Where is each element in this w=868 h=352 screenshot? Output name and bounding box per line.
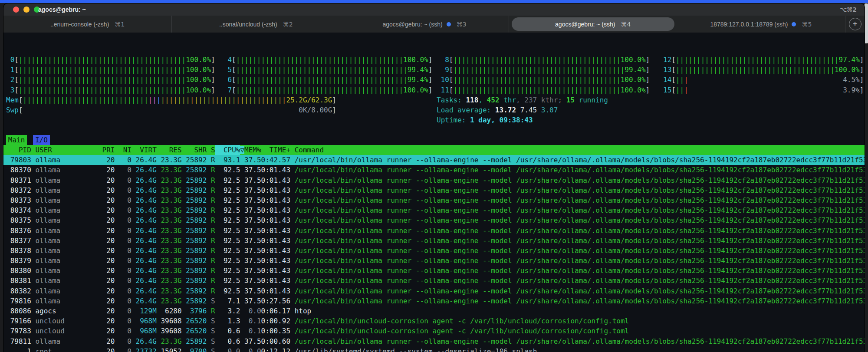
- close-button[interactable]: [13, 7, 19, 13]
- cpu-meter-10: 10[|||||||||||||||||||||||||||||||||||||…: [441, 75, 650, 85]
- swap-meter: Swp[0K/8.00G]: [6, 105, 336, 115]
- process-command: /usr/local/bin/ollama runner --ollama-en…: [290, 256, 865, 266]
- plus-icon: +: [849, 18, 861, 30]
- tasks-summary: Tasks: 118, 452 thr, 237 kthr; 15 runnin…: [437, 95, 608, 105]
- process-command: /usr/local/bin/ollama runner --ollama-en…: [290, 276, 865, 286]
- tab-activity-dot: [792, 22, 796, 26]
- htop-tab-main[interactable]: Main: [6, 135, 27, 145]
- tab-shortcut: ⌘1: [115, 21, 125, 28]
- process-row-80379[interactable]: 80379ollama20026.4G23.3G25892R92.537.50:…: [3, 256, 865, 266]
- process-row-79166[interactable]: 79166uncloud200968M3960826520S1.30.10:00…: [3, 316, 865, 326]
- process-row-80376[interactable]: 80376ollama20026.4G23.3G25892R92.537.50:…: [3, 226, 865, 236]
- tab-shortcut: ⌘4: [621, 21, 631, 28]
- process-command: /usr/local/bin/ollama runner --ollama-en…: [290, 246, 865, 256]
- htop-view-tabs: MainI/O: [6, 135, 56, 145]
- cpu-meter-13: 13[|||||||||||||||||||||||||||||||||||||…: [663, 65, 864, 75]
- tab-shortcut: ⌘2: [283, 21, 293, 28]
- tab-2[interactable]: ..sonal/uncloud (-zsh)⌘2: [172, 16, 340, 33]
- column-header-virt[interactable]: VIRT: [132, 145, 157, 155]
- process-row-80377[interactable]: 80377ollama20026.4G23.3G25892R92.537.50:…: [3, 236, 865, 246]
- column-header-shr[interactable]: SHR: [182, 145, 207, 155]
- process-command: /usr/local/bin/ollama runner --ollama-en…: [290, 226, 865, 236]
- process-row-79803[interactable]: 79803ollama20026.4G23.3G25892R93.137.50:…: [3, 155, 865, 165]
- background-window-edge: [865, 3, 868, 43]
- process-row-79811[interactable]: 79811ollama20026.4G23.3G25892S0.637.50:0…: [3, 336, 865, 346]
- cpu-meter-2: 2[||||||||||||||||||||||||||||||||||||||…: [6, 75, 215, 85]
- memory-meter: Mem[||||||||||||||||||||||||||||||||||||…: [6, 95, 336, 105]
- column-header-ni[interactable]: NI: [115, 145, 132, 155]
- process-row-80381[interactable]: 80381ollama20026.4G23.3G25892R92.537.50:…: [3, 276, 865, 286]
- tab-label: ..sonal/uncloud (-zsh): [219, 21, 277, 28]
- process-row-79816[interactable]: 79816ollama20026.4G23.3G25892S7.137.50:2…: [3, 296, 865, 306]
- column-header-mem[interactable]: ▽MEM%: [240, 145, 261, 155]
- cpu-meter-9: 9[||||||||||||||||||||||||||||||||||||||…: [441, 65, 650, 75]
- cpu-meter-11: 11[|||||||||||||||||||||||||||||||||||||…: [441, 85, 650, 95]
- process-command: /usr/local/bin/ollama runner --ollama-en…: [290, 175, 865, 185]
- cpu-meter-4: 4[||||||||||||||||||||||||||||||||||||||…: [224, 55, 433, 65]
- screen: { "colors": { "accent_blue_strip": "#2e6…: [0, 0, 868, 352]
- htop-tab-io[interactable]: I/O: [33, 135, 50, 145]
- cpu-meter-1: 1[||||||||||||||||||||||||||||||||||||||…: [6, 65, 215, 75]
- process-row-80372[interactable]: 80372ollama20026.4G23.3G25892R92.537.50:…: [3, 185, 865, 195]
- tab-shortcut: ⌘5: [802, 21, 812, 28]
- terminal-screen[interactable]: 0[||||||||||||||||||||||||||||||||||||||…: [3, 33, 865, 352]
- process-command: /usr/local/bin/ollama runner --ollama-en…: [290, 266, 865, 276]
- process-row-80373[interactable]: 80373ollama20026.4G23.3G25892R92.537.50:…: [3, 195, 865, 205]
- tab-activity-dot: [447, 22, 451, 26]
- process-command: /usr/local/bin/ollama runner --ollama-en…: [290, 286, 865, 296]
- process-row-80378[interactable]: 80378ollama20026.4G23.3G25892R92.537.50:…: [3, 246, 865, 256]
- htop-meters: 0[||||||||||||||||||||||||||||||||||||||…: [3, 55, 865, 137]
- process-row-80371[interactable]: 80371ollama20026.4G23.3G25892R92.537.50:…: [3, 175, 865, 185]
- tab-bar: ..erium-console (-zsh)⌘1..sonal/uncloud …: [3, 16, 865, 33]
- new-tab-button[interactable]: +: [845, 16, 865, 33]
- process-command: htop: [290, 306, 865, 316]
- column-header-pid[interactable]: PID: [6, 145, 31, 155]
- cpu-meter-0: 0[||||||||||||||||||||||||||||||||||||||…: [6, 55, 215, 65]
- process-row-80086[interactable]: 80086agocs200129M62803796R3.20.00:06.17h…: [3, 306, 865, 316]
- cpu-meter-3: 3[||||||||||||||||||||||||||||||||||||||…: [6, 85, 215, 95]
- process-command: /usr/local/bin/ollama runner --ollama-en…: [290, 165, 865, 175]
- process-command: /usr/local/bin/ollama runner --ollama-en…: [290, 236, 865, 246]
- cpu-meter-14: 14[|||4.5%]: [663, 75, 864, 85]
- tab-label: ..erium-console (-zsh): [50, 21, 109, 28]
- column-header-res[interactable]: RES: [157, 145, 182, 155]
- cpu-meter-12: 12[|||||||||||||||||||||||||||||||||||||…: [663, 55, 864, 65]
- process-row-80380[interactable]: 80380ollama20026.4G23.3G25892R92.537.50:…: [3, 266, 865, 276]
- process-table-header: PIDUSERPRINIVIRTRESSHRSCPU%▽MEM%TIME+Com…: [3, 145, 865, 155]
- cpu-meter-8: 8[||||||||||||||||||||||||||||||||||||||…: [441, 55, 650, 65]
- process-row-80382[interactable]: 80382ollama20026.4G23.3G25892R92.537.50:…: [3, 286, 865, 296]
- process-command: /usr/local/bin/ollama runner --ollama-en…: [290, 215, 865, 225]
- column-header-s[interactable]: S: [207, 145, 215, 155]
- desktop-accent-strip: [0, 0, 868, 3]
- column-header-pri[interactable]: PRI: [81, 145, 115, 155]
- window-titlebar[interactable]: agocs@gebru: ~ ⌥⌘2: [3, 3, 865, 16]
- process-command: /usr/lib/systemd/systemd --system --dese…: [290, 346, 865, 352]
- tab-label: agocs@gebru: ~ (ssh): [382, 21, 442, 28]
- process-command: /usr/local/bin/ollama runner --ollama-en…: [290, 296, 865, 306]
- cpu-meter-7: 7[||||||||||||||||||||||||||||||||||||||…: [224, 85, 433, 95]
- process-row-1[interactable]: 1root20023732150529700S0.00.00:12.12/usr…: [3, 346, 865, 352]
- tab-label: agocs@gebru: ~ (ssh): [555, 21, 615, 28]
- tab-4[interactable]: agocs@gebru: ~ (ssh)⌘4: [509, 16, 677, 33]
- tab-3[interactable]: agocs@gebru: ~ (ssh)⌘3: [340, 16, 509, 33]
- tab-1[interactable]: ..erium-console (-zsh)⌘1: [3, 16, 172, 33]
- terminal-window: agocs@gebru: ~ ⌥⌘2 ..erium-console (-zsh…: [3, 3, 865, 352]
- tab-shortcut: ⌘3: [457, 21, 467, 28]
- process-row-80374[interactable]: 80374ollama20026.4G23.3G25892R92.537.50:…: [3, 205, 865, 215]
- column-header-command[interactable]: Command: [290, 145, 865, 155]
- minimize-button[interactable]: [23, 7, 30, 13]
- traffic-lights: [13, 7, 40, 13]
- column-header-cpu[interactable]: CPU%: [215, 145, 240, 155]
- process-command: /usr/local/bin/ollama runner --ollama-en…: [290, 155, 865, 165]
- tab-5[interactable]: 18789:127.0.0.1:18789 (ssh)⌘5: [677, 16, 845, 33]
- process-row-80375[interactable]: 80375ollama20026.4G23.3G25892R92.537.50:…: [3, 215, 865, 225]
- column-header-time[interactable]: TIME+: [261, 145, 290, 155]
- load-average: Load average: 13.72 7.45 3.07: [437, 105, 558, 115]
- process-command: /usr/local/bin/uncloud-corrosion agent -…: [290, 326, 865, 336]
- cpu-meter-5: 5[||||||||||||||||||||||||||||||||||||||…: [224, 65, 433, 75]
- column-header-user[interactable]: USER: [31, 145, 82, 155]
- process-command: /usr/local/bin/ollama runner --ollama-en…: [290, 195, 865, 205]
- window-shortcut-badge: ⌥⌘2: [840, 3, 857, 16]
- process-row-79783[interactable]: 79783uncloud200968M3960826520S0.60.10:00…: [3, 326, 865, 336]
- process-row-80370[interactable]: 80370ollama20026.4G23.3G25892R92.537.50:…: [3, 165, 865, 175]
